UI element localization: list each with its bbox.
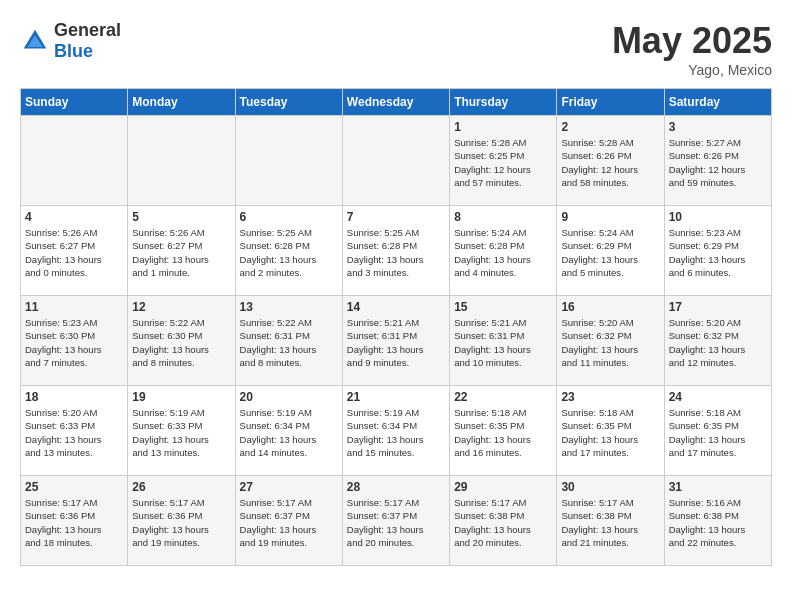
day-cell (342, 116, 449, 206)
day-cell: 20Sunrise: 5:19 AM Sunset: 6:34 PM Dayli… (235, 386, 342, 476)
week-row-4: 18Sunrise: 5:20 AM Sunset: 6:33 PM Dayli… (21, 386, 772, 476)
week-row-1: 1Sunrise: 5:28 AM Sunset: 6:25 PM Daylig… (21, 116, 772, 206)
weekday-header-tuesday: Tuesday (235, 89, 342, 116)
day-number: 23 (561, 390, 659, 404)
day-info: Sunrise: 5:27 AM Sunset: 6:26 PM Dayligh… (669, 136, 767, 189)
day-info: Sunrise: 5:23 AM Sunset: 6:30 PM Dayligh… (25, 316, 123, 369)
day-info: Sunrise: 5:28 AM Sunset: 6:25 PM Dayligh… (454, 136, 552, 189)
day-number: 25 (25, 480, 123, 494)
day-info: Sunrise: 5:18 AM Sunset: 6:35 PM Dayligh… (669, 406, 767, 459)
day-cell: 2Sunrise: 5:28 AM Sunset: 6:26 PM Daylig… (557, 116, 664, 206)
day-info: Sunrise: 5:20 AM Sunset: 6:32 PM Dayligh… (669, 316, 767, 369)
day-cell: 7Sunrise: 5:25 AM Sunset: 6:28 PM Daylig… (342, 206, 449, 296)
week-row-2: 4Sunrise: 5:26 AM Sunset: 6:27 PM Daylig… (21, 206, 772, 296)
day-info: Sunrise: 5:17 AM Sunset: 6:36 PM Dayligh… (25, 496, 123, 549)
day-cell: 9Sunrise: 5:24 AM Sunset: 6:29 PM Daylig… (557, 206, 664, 296)
day-number: 24 (669, 390, 767, 404)
day-info: Sunrise: 5:17 AM Sunset: 6:37 PM Dayligh… (240, 496, 338, 549)
day-info: Sunrise: 5:20 AM Sunset: 6:32 PM Dayligh… (561, 316, 659, 369)
location: Yago, Mexico (612, 62, 772, 78)
day-number: 16 (561, 300, 659, 314)
day-info: Sunrise: 5:21 AM Sunset: 6:31 PM Dayligh… (347, 316, 445, 369)
week-row-5: 25Sunrise: 5:17 AM Sunset: 6:36 PM Dayli… (21, 476, 772, 566)
day-info: Sunrise: 5:26 AM Sunset: 6:27 PM Dayligh… (25, 226, 123, 279)
day-info: Sunrise: 5:17 AM Sunset: 6:37 PM Dayligh… (347, 496, 445, 549)
day-info: Sunrise: 5:19 AM Sunset: 6:33 PM Dayligh… (132, 406, 230, 459)
day-info: Sunrise: 5:23 AM Sunset: 6:29 PM Dayligh… (669, 226, 767, 279)
day-info: Sunrise: 5:16 AM Sunset: 6:38 PM Dayligh… (669, 496, 767, 549)
day-info: Sunrise: 5:24 AM Sunset: 6:28 PM Dayligh… (454, 226, 552, 279)
logo: General Blue (20, 20, 121, 62)
day-cell: 13Sunrise: 5:22 AM Sunset: 6:31 PM Dayli… (235, 296, 342, 386)
day-cell: 21Sunrise: 5:19 AM Sunset: 6:34 PM Dayli… (342, 386, 449, 476)
day-cell: 15Sunrise: 5:21 AM Sunset: 6:31 PM Dayli… (450, 296, 557, 386)
day-cell: 31Sunrise: 5:16 AM Sunset: 6:38 PM Dayli… (664, 476, 771, 566)
day-cell: 11Sunrise: 5:23 AM Sunset: 6:30 PM Dayli… (21, 296, 128, 386)
day-number: 7 (347, 210, 445, 224)
day-info: Sunrise: 5:22 AM Sunset: 6:30 PM Dayligh… (132, 316, 230, 369)
day-info: Sunrise: 5:19 AM Sunset: 6:34 PM Dayligh… (347, 406, 445, 459)
day-cell: 29Sunrise: 5:17 AM Sunset: 6:38 PM Dayli… (450, 476, 557, 566)
logo-icon (20, 26, 50, 56)
day-number: 21 (347, 390, 445, 404)
page-header: General Blue May 2025 Yago, Mexico (20, 20, 772, 78)
day-cell: 17Sunrise: 5:20 AM Sunset: 6:32 PM Dayli… (664, 296, 771, 386)
day-number: 19 (132, 390, 230, 404)
day-number: 9 (561, 210, 659, 224)
day-cell: 5Sunrise: 5:26 AM Sunset: 6:27 PM Daylig… (128, 206, 235, 296)
weekday-header-saturday: Saturday (664, 89, 771, 116)
day-cell: 28Sunrise: 5:17 AM Sunset: 6:37 PM Dayli… (342, 476, 449, 566)
day-cell: 10Sunrise: 5:23 AM Sunset: 6:29 PM Dayli… (664, 206, 771, 296)
day-info: Sunrise: 5:22 AM Sunset: 6:31 PM Dayligh… (240, 316, 338, 369)
day-number: 4 (25, 210, 123, 224)
day-cell: 12Sunrise: 5:22 AM Sunset: 6:30 PM Dayli… (128, 296, 235, 386)
day-info: Sunrise: 5:26 AM Sunset: 6:27 PM Dayligh… (132, 226, 230, 279)
day-info: Sunrise: 5:19 AM Sunset: 6:34 PM Dayligh… (240, 406, 338, 459)
day-cell (235, 116, 342, 206)
weekday-header-monday: Monday (128, 89, 235, 116)
day-cell: 14Sunrise: 5:21 AM Sunset: 6:31 PM Dayli… (342, 296, 449, 386)
day-cell: 25Sunrise: 5:17 AM Sunset: 6:36 PM Dayli… (21, 476, 128, 566)
day-number: 5 (132, 210, 230, 224)
day-cell (21, 116, 128, 206)
day-number: 13 (240, 300, 338, 314)
day-cell (128, 116, 235, 206)
day-number: 12 (132, 300, 230, 314)
day-cell: 27Sunrise: 5:17 AM Sunset: 6:37 PM Dayli… (235, 476, 342, 566)
day-number: 28 (347, 480, 445, 494)
day-cell: 4Sunrise: 5:26 AM Sunset: 6:27 PM Daylig… (21, 206, 128, 296)
day-number: 6 (240, 210, 338, 224)
day-number: 8 (454, 210, 552, 224)
day-info: Sunrise: 5:25 AM Sunset: 6:28 PM Dayligh… (347, 226, 445, 279)
day-cell: 16Sunrise: 5:20 AM Sunset: 6:32 PM Dayli… (557, 296, 664, 386)
day-cell: 6Sunrise: 5:25 AM Sunset: 6:28 PM Daylig… (235, 206, 342, 296)
day-number: 31 (669, 480, 767, 494)
weekday-header-sunday: Sunday (21, 89, 128, 116)
day-cell: 8Sunrise: 5:24 AM Sunset: 6:28 PM Daylig… (450, 206, 557, 296)
day-info: Sunrise: 5:28 AM Sunset: 6:26 PM Dayligh… (561, 136, 659, 189)
day-number: 15 (454, 300, 552, 314)
day-info: Sunrise: 5:25 AM Sunset: 6:28 PM Dayligh… (240, 226, 338, 279)
weekday-header-friday: Friday (557, 89, 664, 116)
day-cell: 19Sunrise: 5:19 AM Sunset: 6:33 PM Dayli… (128, 386, 235, 476)
day-info: Sunrise: 5:18 AM Sunset: 6:35 PM Dayligh… (561, 406, 659, 459)
calendar-body: 1Sunrise: 5:28 AM Sunset: 6:25 PM Daylig… (21, 116, 772, 566)
day-number: 2 (561, 120, 659, 134)
day-cell: 22Sunrise: 5:18 AM Sunset: 6:35 PM Dayli… (450, 386, 557, 476)
day-info: Sunrise: 5:21 AM Sunset: 6:31 PM Dayligh… (454, 316, 552, 369)
day-number: 29 (454, 480, 552, 494)
day-cell: 30Sunrise: 5:17 AM Sunset: 6:38 PM Dayli… (557, 476, 664, 566)
day-number: 20 (240, 390, 338, 404)
calendar-header: SundayMondayTuesdayWednesdayThursdayFrid… (21, 89, 772, 116)
weekday-header-thursday: Thursday (450, 89, 557, 116)
day-cell: 18Sunrise: 5:20 AM Sunset: 6:33 PM Dayli… (21, 386, 128, 476)
day-info: Sunrise: 5:24 AM Sunset: 6:29 PM Dayligh… (561, 226, 659, 279)
day-number: 26 (132, 480, 230, 494)
week-row-3: 11Sunrise: 5:23 AM Sunset: 6:30 PM Dayli… (21, 296, 772, 386)
day-number: 3 (669, 120, 767, 134)
day-number: 27 (240, 480, 338, 494)
day-number: 14 (347, 300, 445, 314)
logo-general: General (54, 20, 121, 40)
month-title: May 2025 (612, 20, 772, 62)
day-number: 22 (454, 390, 552, 404)
